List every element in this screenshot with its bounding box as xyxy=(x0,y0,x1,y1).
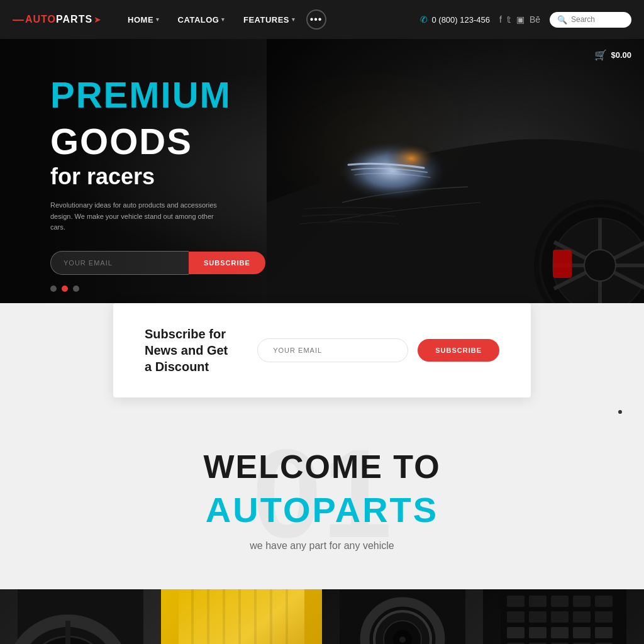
search-icon: 🔍 xyxy=(557,15,567,25)
hero-title-white: GOODS xyxy=(50,123,192,160)
main-nav: HOME ▾ CATALOG ▾ FEATURES ▾ ••• xyxy=(120,9,420,30)
hero-email-input[interactable] xyxy=(50,251,189,275)
gallery-item-3[interactable] xyxy=(322,589,483,644)
hero-title-cyan: PREMIUM xyxy=(50,77,231,113)
chevron-down-icon: ▾ xyxy=(292,16,296,23)
subscribe-email-input[interactable] xyxy=(257,338,408,362)
hero-content: PREMIUM GOODS for racers Revolutionary i… xyxy=(0,39,327,275)
hero-form: SUBSCRIBE xyxy=(50,251,289,275)
subscribe-form: SUBSCRIBE xyxy=(257,338,499,362)
svg-rect-23 xyxy=(223,589,225,644)
gallery-item-2[interactable] xyxy=(161,589,322,644)
hero-subtitle: for racers xyxy=(50,164,327,190)
svg-rect-38 xyxy=(573,596,591,607)
subscribe-title: Subscribe for News and Get a Discount xyxy=(145,326,232,375)
cart-icon: 🛒 xyxy=(594,49,607,61)
svg-rect-48 xyxy=(573,627,591,638)
nav-item-features[interactable]: FEATURES ▾ xyxy=(236,10,303,30)
behance-icon[interactable]: Bē xyxy=(530,14,540,25)
hero-subscribe-button[interactable]: SUBSCRIBE xyxy=(189,252,265,274)
svg-point-33 xyxy=(399,636,406,643)
svg-rect-39 xyxy=(595,596,613,607)
gallery-strip xyxy=(0,589,644,644)
logo-text: AUTOPARTS xyxy=(25,14,92,25)
welcome-title: WELCOME TO xyxy=(25,448,619,486)
more-menu-button[interactable]: ••• xyxy=(306,9,326,30)
svg-rect-45 xyxy=(507,627,525,638)
search-bar[interactable]: 🔍 xyxy=(550,12,631,28)
svg-rect-36 xyxy=(529,596,547,607)
hero-slider-dots xyxy=(50,286,79,292)
cart-price: $0.00 xyxy=(611,50,631,60)
subscribe-section: Subscribe for News and Get a Discount SU… xyxy=(113,303,531,397)
svg-rect-37 xyxy=(551,596,569,607)
welcome-brand: AUTOPARTS xyxy=(25,489,619,530)
phone-icon: ✆ xyxy=(420,14,428,25)
svg-rect-46 xyxy=(529,627,547,638)
facebook-icon[interactable]: f xyxy=(499,14,502,25)
chevron-down-icon: ▾ xyxy=(221,16,225,23)
main-header: — AUTOPARTS ➤ HOME ▾ CATALOG ▾ FEATURES … xyxy=(0,0,644,39)
chevron-down-icon: ▾ xyxy=(156,16,160,23)
slider-dot-3[interactable] xyxy=(73,286,79,292)
cart-area[interactable]: 🛒 $0.00 xyxy=(594,49,631,61)
subscribe-button[interactable]: SUBSCRIBE xyxy=(418,339,499,362)
svg-point-9 xyxy=(584,250,616,281)
svg-rect-40 xyxy=(507,611,525,623)
svg-rect-24 xyxy=(238,589,241,644)
svg-rect-25 xyxy=(254,589,257,644)
hero-section: 🛒 $0.00 PREMIUM GOODS for racers Revolut… xyxy=(0,39,644,303)
slider-dot-2[interactable] xyxy=(62,286,68,292)
phone-number[interactable]: ✆ 0 (800) 123-456 xyxy=(420,14,490,25)
svg-rect-21 xyxy=(191,589,194,644)
decorative-dot xyxy=(618,410,622,414)
welcome-section: 01 WELCOME TO AUTOPARTS we have any part… xyxy=(0,397,644,589)
header-right: ✆ 0 (800) 123-456 f 𝕥 ▣ Bē 🔍 xyxy=(420,12,631,28)
gallery-item-1[interactable] xyxy=(0,589,161,644)
welcome-subtitle: we have any part for any vehicle xyxy=(25,540,619,552)
svg-rect-27 xyxy=(286,589,288,644)
logo-arrow-icon: ➤ xyxy=(94,14,101,25)
social-icons: f 𝕥 ▣ Bē xyxy=(499,14,540,25)
logo[interactable]: — AUTOPARTS ➤ xyxy=(13,13,101,26)
nav-item-home[interactable]: HOME ▾ xyxy=(120,10,167,30)
twitter-icon[interactable]: 𝕥 xyxy=(507,14,511,25)
svg-rect-44 xyxy=(595,611,613,623)
search-input[interactable] xyxy=(571,15,624,24)
svg-rect-49 xyxy=(595,627,613,638)
svg-rect-22 xyxy=(207,589,209,644)
gallery-item-4[interactable] xyxy=(483,589,644,644)
svg-rect-35 xyxy=(507,596,525,607)
svg-rect-43 xyxy=(573,611,591,623)
svg-rect-10 xyxy=(553,250,572,278)
slider-dot-1[interactable] xyxy=(50,286,57,292)
svg-rect-47 xyxy=(551,627,569,638)
svg-rect-41 xyxy=(529,611,547,623)
hero-description: Revolutionary ideas for auto products an… xyxy=(50,200,226,233)
svg-rect-42 xyxy=(551,611,569,623)
instagram-icon[interactable]: ▣ xyxy=(516,14,525,25)
svg-rect-26 xyxy=(270,589,272,644)
nav-item-catalog[interactable]: CATALOG ▾ xyxy=(170,10,233,30)
logo-dash: — xyxy=(13,13,24,26)
